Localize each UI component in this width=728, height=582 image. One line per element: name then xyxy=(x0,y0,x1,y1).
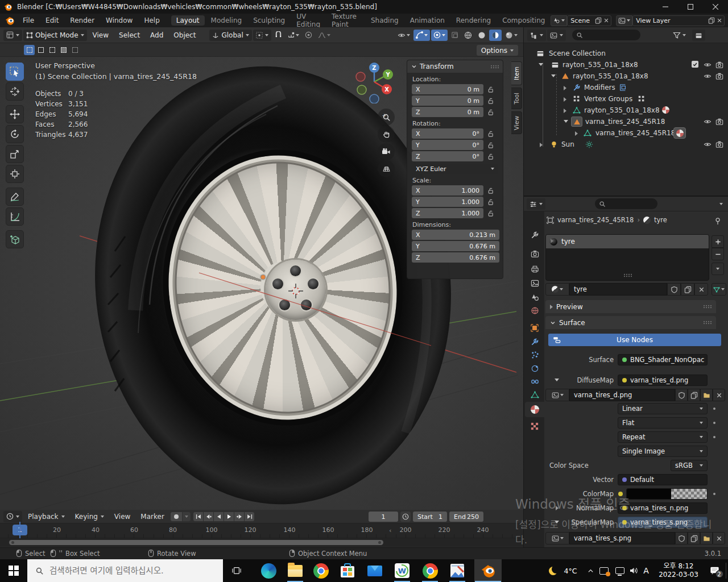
unlink-image-button[interactable] xyxy=(713,389,725,401)
tray-show-hidden-chevron[interactable] xyxy=(585,559,596,582)
outliner-row-object-varna-tires[interactable]: varna_tires_245_45R18 xyxy=(524,116,728,127)
pan-view-button[interactable] xyxy=(378,126,395,143)
properties-search-input[interactable] xyxy=(595,198,657,209)
current-frame-field[interactable]: 1 xyxy=(369,512,398,522)
snap-magnet-icon[interactable] xyxy=(272,30,284,41)
outliner-row-scene-collection[interactable]: Scene Collection xyxy=(524,48,728,59)
rotation-x-field[interactable]: X0° xyxy=(412,128,483,139)
options-button[interactable]: Options xyxy=(477,45,518,56)
outliner-row-collection-rayton[interactable]: rayton_535_01a_18x8 xyxy=(524,59,728,70)
outliner-row-vertex-groups[interactable]: Vertex Groups xyxy=(524,93,728,105)
animate-dot[interactable] xyxy=(713,436,715,438)
jump-to-start-button[interactable] xyxy=(193,512,203,521)
active-object-icon-box[interactable] xyxy=(571,117,582,127)
animate-dot[interactable] xyxy=(713,422,715,424)
tab-tool[interactable] xyxy=(525,228,544,242)
lock-icon[interactable] xyxy=(487,142,494,149)
select-mode-intersect[interactable] xyxy=(69,45,80,55)
scene-type-icon[interactable] xyxy=(551,15,567,26)
play-button[interactable] xyxy=(224,512,234,521)
timeline-ruler[interactable]: 20 40 60 80 100 120 140 160 180 200 220 … xyxy=(0,523,523,538)
active-material-icon-box[interactable] xyxy=(673,127,686,139)
viewport-3d[interactable]: User Perspective (1) Scene Collection | … xyxy=(0,57,523,510)
color-space-dropdown[interactable]: sRGB xyxy=(671,460,708,471)
material-icon[interactable] xyxy=(662,106,669,114)
taskbar-w-app-icon[interactable]: W xyxy=(388,559,416,582)
material-slot-list[interactable]: tyre xyxy=(545,234,709,281)
copy-image-button[interactable] xyxy=(688,532,700,544)
region-expand-chevron[interactable]: ‹ xyxy=(389,527,391,534)
ortho-toggle-button[interactable] xyxy=(378,160,395,177)
show-gizmo-dropdown[interactable] xyxy=(413,30,430,41)
frame-start-field[interactable]: Start1 xyxy=(413,512,447,522)
blender-menu-icon[interactable] xyxy=(5,15,15,26)
keying-set-dropdown[interactable] xyxy=(183,512,191,521)
disable-render-camera-icon[interactable] xyxy=(715,72,723,80)
outliner-row-modifiers[interactable]: Modifiers xyxy=(524,82,728,93)
select-mode-invert[interactable] xyxy=(58,45,69,55)
tool-add-cube[interactable] xyxy=(6,230,24,248)
disable-render-camera-icon[interactable] xyxy=(715,140,723,148)
open-image-folder-button[interactable] xyxy=(700,532,713,544)
taskbar-mail-icon[interactable] xyxy=(361,559,388,582)
hide-eye-icon[interactable] xyxy=(704,61,712,69)
snap-settings-dropdown[interactable] xyxy=(286,30,301,41)
workspace-tab-shading[interactable]: Shading xyxy=(366,15,404,26)
sidebar-tab-view[interactable]: View xyxy=(511,111,522,134)
tab-object-data[interactable] xyxy=(525,388,544,402)
collapse-triangle[interactable] xyxy=(551,74,556,77)
expand-triangle[interactable] xyxy=(564,86,566,90)
outliner-display-mode-button[interactable] xyxy=(527,30,546,41)
tray-temperature[interactable]: 4°C xyxy=(561,559,580,582)
interpolation-dropdown[interactable]: Linear xyxy=(618,403,708,414)
collapse-triangle[interactable] xyxy=(564,120,568,123)
camera-view-button[interactable] xyxy=(378,143,395,160)
expand-triangle[interactable] xyxy=(564,97,566,102)
lock-icon[interactable] xyxy=(487,198,494,206)
copy-material-button[interactable] xyxy=(681,283,694,296)
surface-shader-field[interactable]: BNG_Shader_NonOpac xyxy=(618,354,708,365)
jump-next-keyframe-button[interactable] xyxy=(234,512,244,521)
unlink-material-button[interactable] xyxy=(694,283,708,296)
falloff-dropdown[interactable] xyxy=(316,30,333,41)
minimize-button[interactable] xyxy=(653,0,678,14)
lock-icon[interactable] xyxy=(487,187,494,194)
use-preview-range-icon[interactable] xyxy=(400,512,411,522)
lock-icon[interactable] xyxy=(487,109,494,116)
task-view-button[interactable] xyxy=(223,559,250,582)
panel-drag-grip[interactable] xyxy=(703,321,712,325)
play-reverse-button[interactable] xyxy=(214,512,224,521)
workspace-tab-compositing[interactable]: Compositing xyxy=(497,15,550,26)
panel-drag-grip[interactable] xyxy=(490,65,499,69)
transform-panel-header[interactable]: Transform xyxy=(407,60,503,73)
timeline-scroll-handle[interactable] xyxy=(9,540,383,545)
tab-material[interactable] xyxy=(525,402,544,417)
expand-triangle[interactable] xyxy=(540,143,543,147)
menu-render[interactable]: Render xyxy=(64,16,100,24)
outliner-row-mesh-rayton[interactable]: rayton_535_01a_18x8 xyxy=(524,105,728,116)
image-name-field[interactable]: varna_tires_d.png xyxy=(569,389,675,401)
dimensions-x-field[interactable]: X0.213 m xyxy=(412,230,499,240)
new-scene-icon[interactable] xyxy=(595,17,602,24)
taskbar-image-editor-icon[interactable] xyxy=(444,559,471,582)
fake-user-shield-button[interactable] xyxy=(667,283,681,296)
scene-selector[interactable]: Scene xyxy=(567,15,611,26)
tray-tablet-icon[interactable] xyxy=(597,559,611,582)
viewport-menu-add[interactable]: Add xyxy=(146,31,168,39)
shading-wireframe-icon[interactable] xyxy=(462,30,474,41)
timeline-menu-keying[interactable]: Keying xyxy=(71,513,109,521)
fake-user-shield-button[interactable] xyxy=(675,389,688,401)
outliner-search-input[interactable] xyxy=(572,30,640,40)
menu-window[interactable]: Window xyxy=(100,16,138,24)
tab-world[interactable] xyxy=(525,304,544,318)
workspace-tab-animation[interactable]: Animation xyxy=(405,15,450,26)
jump-to-end-button[interactable] xyxy=(245,512,254,521)
viewport-menu-select[interactable]: Select xyxy=(114,31,144,39)
shading-rendered-dropdown[interactable] xyxy=(503,30,520,41)
select-mode-extend[interactable] xyxy=(35,45,46,55)
tab-texture[interactable] xyxy=(525,419,544,433)
animate-dot[interactable] xyxy=(713,408,715,410)
menu-file[interactable]: File xyxy=(17,16,40,24)
editor-type-button[interactable] xyxy=(3,30,22,41)
tool-annotate[interactable] xyxy=(6,188,24,206)
